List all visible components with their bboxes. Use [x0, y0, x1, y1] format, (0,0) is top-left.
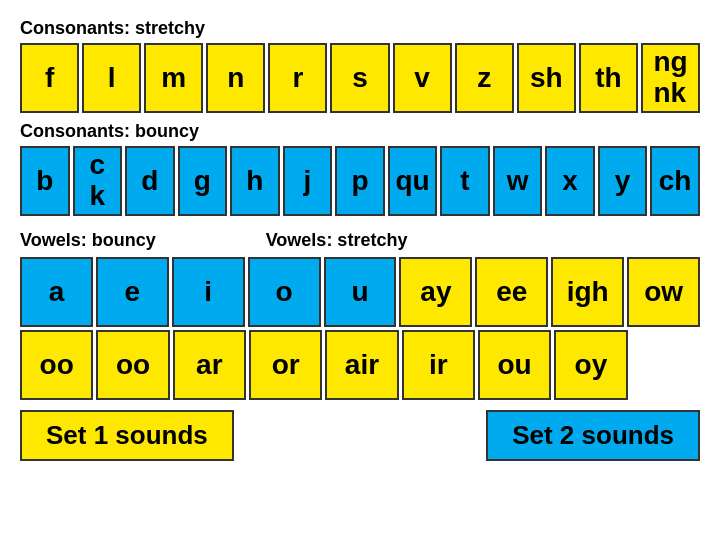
cell-s: s: [330, 43, 389, 113]
cell-ir: ir: [402, 330, 475, 400]
buttons-row: Set 1 sounds Set 2 sounds: [20, 410, 700, 461]
app-container: Consonants: stretchy f l m n r s v z sh …: [20, 18, 700, 461]
stretchy-consonants-row: f l m n r s v z sh th ngnk: [20, 43, 700, 113]
cell-ck: ck: [73, 146, 123, 216]
cell-o: o: [248, 257, 321, 327]
cell-qu: qu: [388, 146, 438, 216]
cell-x: x: [545, 146, 595, 216]
cell-v: v: [393, 43, 452, 113]
cell-u: u: [324, 257, 397, 327]
cell-oo2: oo: [96, 330, 169, 400]
cell-air: air: [325, 330, 398, 400]
cell-ou: ou: [478, 330, 551, 400]
bouncy-consonants-label: Consonants: bouncy: [20, 121, 700, 142]
cell-t: t: [440, 146, 490, 216]
cell-g: g: [178, 146, 228, 216]
cell-sh: sh: [517, 43, 576, 113]
cell-th: th: [579, 43, 638, 113]
cell-oo1: oo: [20, 330, 93, 400]
cell-r: r: [268, 43, 327, 113]
cell-m: m: [144, 43, 203, 113]
cell-i: i: [172, 257, 245, 327]
bouncy-consonants-row: b ck d g h j p qu t w x y ch: [20, 146, 700, 216]
stretchy-vowels-label: Vowels: stretchy: [266, 230, 408, 251]
vowels-row1: a e i o u ay ee igh ow: [20, 257, 700, 327]
cell-p: p: [335, 146, 385, 216]
set2-button[interactable]: Set 2 sounds: [486, 410, 700, 461]
cell-h: h: [230, 146, 280, 216]
cell-n: n: [206, 43, 265, 113]
cell-f: f: [20, 43, 79, 113]
cell-ar: ar: [173, 330, 246, 400]
cell-l: l: [82, 43, 141, 113]
vowels-row2: oo oo ar or air ir ou oy: [20, 330, 700, 400]
cell-ch: ch: [650, 146, 700, 216]
cell-a: a: [20, 257, 93, 327]
cell-ay: ay: [399, 257, 472, 327]
cell-igh: igh: [551, 257, 624, 327]
cell-ow: ow: [627, 257, 700, 327]
cell-or: or: [249, 330, 322, 400]
cell-w: w: [493, 146, 543, 216]
cell-oy: oy: [554, 330, 627, 400]
cell-ng-nk: ngnk: [641, 43, 700, 113]
set1-button[interactable]: Set 1 sounds: [20, 410, 234, 461]
cell-b: b: [20, 146, 70, 216]
stretchy-consonants-label: Consonants: stretchy: [20, 18, 700, 39]
cell-j: j: [283, 146, 333, 216]
cell-d: d: [125, 146, 175, 216]
cell-ee: ee: [475, 257, 548, 327]
bouncy-vowels-label: Vowels: bouncy: [20, 230, 156, 251]
cell-z: z: [455, 43, 514, 113]
cell-y: y: [598, 146, 648, 216]
cell-e: e: [96, 257, 169, 327]
